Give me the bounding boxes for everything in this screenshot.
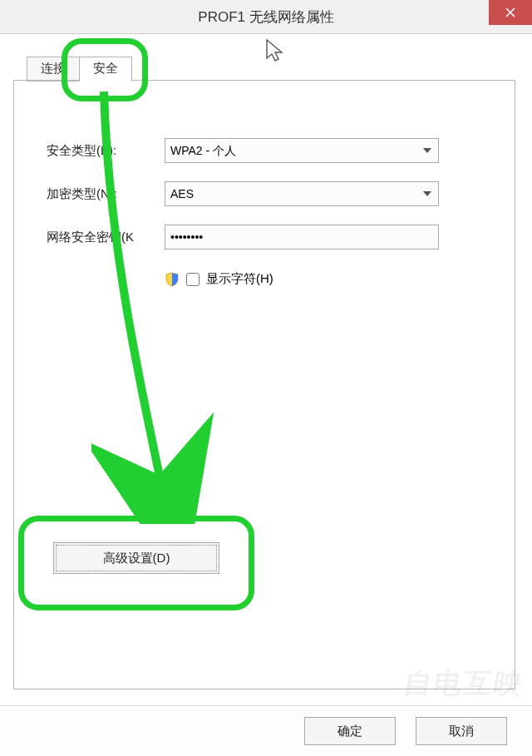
tab-strip: 连接 安全 — [27, 57, 132, 82]
label-show-chars: 显示字符(H) — [206, 271, 273, 287]
tab-connect[interactable]: 连接 — [27, 57, 80, 82]
input-network-key[interactable] — [165, 225, 439, 250]
ok-button[interactable]: 确定 — [304, 717, 396, 745]
row-network-key: 网络安全密钥(K — [13, 225, 515, 250]
cursor-icon — [264, 38, 286, 63]
row-show-chars: 显示字符(H) — [13, 271, 515, 287]
close-icon — [505, 7, 515, 17]
label-security-type: 安全类型(E): — [13, 143, 165, 159]
select-security-type[interactable]: WPA2 - 个人 — [165, 138, 439, 163]
checkbox-show-chars[interactable] — [186, 273, 200, 286]
label-encryption-type: 加密类型(N): — [13, 186, 165, 202]
titlebar: PROF1 无线网络属性 — [0, 0, 532, 34]
label-network-key: 网络安全密钥(K — [13, 230, 165, 245]
tab-page-security: 安全类型(E): WPA2 - 个人 加密类型(N): AES 网络安全密钥(K — [13, 80, 515, 689]
window-title: PROF1 无线网络属性 — [198, 7, 333, 27]
cancel-button[interactable]: 取消 — [416, 717, 507, 745]
shield-icon — [165, 272, 180, 287]
bottom-bar: 确定 取消 — [0, 705, 532, 756]
tab-security[interactable]: 安全 — [79, 57, 132, 82]
select-encryption-type[interactable]: AES — [165, 181, 439, 206]
row-security-type: 安全类型(E): WPA2 - 个人 — [13, 138, 515, 163]
row-encryption-type: 加密类型(N): AES — [13, 181, 515, 206]
close-button[interactable] — [489, 0, 532, 25]
advanced-settings-button[interactable]: 高级设置(D) — [53, 542, 219, 574]
